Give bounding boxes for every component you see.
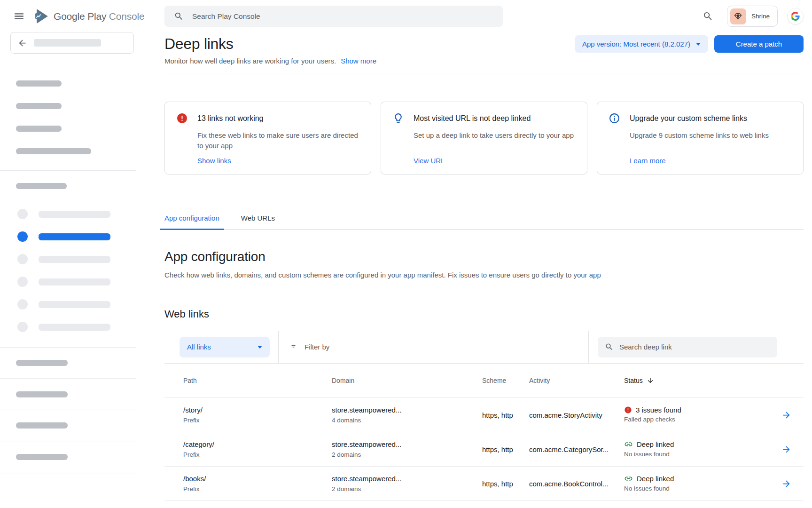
sidebar-item-placeholder[interactable] [39, 324, 110, 331]
page-subtitle: Monitor how well deep links are working … [164, 57, 336, 65]
section-description: Check how web links, domains, and custom… [164, 271, 804, 279]
sidebar-item-icon-placeholder[interactable] [17, 254, 28, 264]
filter-bar-divider [588, 331, 589, 364]
table-row[interactable]: /category/ Prefix store.steampowered... … [164, 432, 804, 466]
back-navigation[interactable] [10, 32, 134, 54]
filter-by-label: Filter by [304, 343, 329, 351]
domain-count: 2 domains [332, 451, 482, 459]
deep-link-icon [624, 440, 633, 449]
app-selector[interactable]: Shrine [727, 6, 778, 27]
chevron-down-icon [696, 43, 701, 46]
sidebar-item-icon-placeholder[interactable] [17, 299, 28, 310]
status-value: Deep linked [637, 440, 674, 448]
column-header-status[interactable]: Status [624, 377, 771, 384]
card-links-not-working: 13 links not working Fix these web links… [164, 102, 371, 175]
menu-icon[interactable] [13, 10, 25, 23]
table-row[interactable]: /books/ Prefix store.steampowered... 2 d… [164, 466, 804, 500]
error-icon [176, 112, 188, 165]
table-row[interactable]: /item/ store.steampowered... [164, 500, 804, 508]
logo-text: Google Play Console [54, 11, 145, 22]
scheme-value: https, http [482, 410, 529, 420]
arrow-forward-icon [781, 444, 791, 454]
sidebar-item-placeholder[interactable] [16, 422, 68, 429]
sidebar-item-placeholder[interactable] [16, 391, 68, 397]
sidebar-item-placeholder[interactable] [16, 454, 68, 460]
domain-count: 4 domains [332, 416, 482, 425]
table-row[interactable]: /story/ Prefix store.steampowered... 4 d… [164, 397, 804, 432]
error-icon [624, 406, 632, 414]
domain-count: 2 domains [332, 485, 482, 493]
tab-web-urls[interactable]: Web URLs [236, 214, 280, 230]
sidebar-item-placeholder[interactable] [16, 126, 62, 132]
sort-descending-icon [647, 377, 654, 384]
play-console-logo[interactable]: Google Play Console [34, 8, 145, 24]
deep-link-search-input[interactable] [619, 343, 770, 351]
path-type: Prefix [183, 485, 332, 493]
links-filter-select[interactable]: All links [180, 337, 270, 357]
sidebar-item-placeholder[interactable] [39, 211, 110, 218]
status-detail: Failed app checks [624, 415, 771, 424]
sidebar-item-placeholder[interactable] [16, 103, 62, 109]
card-title: Upgrade your custom scheme links [630, 112, 792, 124]
google-account-avatar[interactable] [787, 8, 804, 24]
status-header-label: Status [624, 377, 643, 384]
column-header-scheme[interactable]: Scheme [482, 377, 529, 384]
main-content: Shrine Deep links App versio [136, 0, 812, 508]
section-title: App configuration [164, 249, 804, 264]
sidebar-item-icon-placeholder[interactable] [17, 209, 28, 219]
sidebar-item-icon-placeholder[interactable] [17, 277, 28, 287]
sidebar-divider [0, 170, 136, 171]
sidebar-item-placeholder[interactable] [39, 278, 110, 286]
learn-more-link[interactable]: Learn more [630, 157, 792, 165]
search-icon [174, 11, 184, 21]
search-icon [605, 342, 614, 351]
sidebar-item-placeholder[interactable] [39, 256, 110, 263]
activity-value: com.acme.StoryActivity [529, 410, 624, 420]
sidebar-active-item[interactable] [39, 233, 110, 240]
sidebar-divider [0, 442, 136, 442]
row-detail-button[interactable] [771, 410, 804, 420]
card-body: Upgrade 9 custom scheme links to web lin… [630, 130, 792, 141]
skeleton-bar [34, 39, 101, 47]
path-value: /category/ [183, 439, 332, 449]
sidebar-item-icon-placeholder[interactable] [17, 322, 28, 332]
filter-by-button[interactable]: Filter by [289, 342, 329, 351]
sidebar-divider [0, 410, 136, 410]
show-more-link[interactable]: Show more [341, 57, 376, 65]
status-detail: No issues found [624, 450, 771, 459]
card-most-visited-url: Most visited URL is not deep linked Set … [381, 102, 587, 175]
activity-value: com.acme.CategorySor... [529, 444, 624, 454]
info-icon [609, 112, 620, 165]
column-header-path[interactable]: Path [164, 377, 332, 384]
global-search[interactable] [164, 6, 503, 27]
column-header-activity[interactable]: Activity [529, 377, 624, 384]
activity-value: com.acme.BookControl... [529, 479, 624, 489]
filter-bar: All links Filter by [164, 331, 804, 364]
sidebar-item-placeholder[interactable] [16, 80, 62, 87]
sidebar: Google Play Console [0, 0, 136, 508]
column-header-domain[interactable]: Domain [332, 377, 482, 384]
card-upgrade-schemes: Upgrade your custom scheme links Upgrade… [597, 102, 804, 175]
lightbulb-icon [392, 112, 404, 165]
scheme-value: https, http [482, 444, 529, 454]
path-value: /books/ [183, 474, 332, 484]
create-patch-button[interactable]: Create a patch [714, 35, 804, 53]
card-title: 13 links not working [197, 112, 359, 124]
sidebar-item-placeholder[interactable] [39, 301, 110, 308]
sidebar-divider [0, 347, 136, 348]
tab-app-configuration[interactable]: App configuration [160, 214, 224, 230]
show-links-link[interactable]: Show links [197, 157, 359, 165]
row-detail-button[interactable] [771, 444, 804, 454]
sidebar-divider [0, 378, 136, 379]
status-value: 3 issues found [636, 406, 681, 414]
global-search-input[interactable] [192, 12, 493, 21]
sidebar-active-item-icon[interactable] [17, 231, 28, 242]
header-search-icon[interactable] [700, 8, 717, 25]
path-type: Prefix [183, 416, 332, 425]
app-version-dropdown[interactable]: App version: Most recent (8.2.027) [575, 35, 708, 53]
sidebar-item-placeholder[interactable] [16, 148, 91, 154]
row-detail-button[interactable] [771, 479, 804, 489]
sidebar-item-placeholder[interactable] [16, 360, 68, 366]
deep-link-search[interactable] [598, 337, 777, 357]
view-url-link[interactable]: View URL [414, 157, 576, 165]
